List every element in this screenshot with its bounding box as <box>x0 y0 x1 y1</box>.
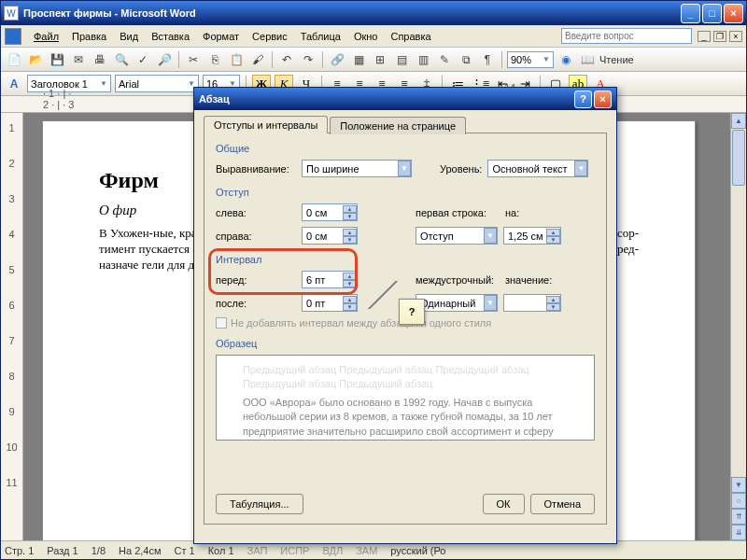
close-button[interactable]: × <box>724 4 743 23</box>
ask-question-input[interactable] <box>561 28 692 44</box>
prev-page-icon[interactable]: ⇈ <box>731 509 746 525</box>
drawing-icon[interactable]: ✎ <box>435 50 454 69</box>
doc-icon <box>5 28 21 45</box>
hyperlink-icon[interactable]: 🔗 <box>328 50 346 69</box>
indent-by-label: на: <box>505 207 519 218</box>
research-icon[interactable]: 🔎 <box>155 50 174 69</box>
help-icon[interactable]: ◉ <box>557 50 575 69</box>
read-icon[interactable]: 📖 <box>578 50 597 69</box>
tab-page-position[interactable]: Положение на странице <box>330 117 466 134</box>
doc-restore[interactable]: ❐ <box>713 31 726 42</box>
status-rec[interactable]: ЗАП <box>247 545 268 556</box>
undo-icon[interactable]: ↶ <box>277 50 296 69</box>
first-line-label: первая строка: <box>416 207 500 218</box>
spacing-after-label: после: <box>216 298 296 309</box>
word-icon: W <box>4 6 19 21</box>
status-ovr[interactable]: ЗАМ <box>356 545 377 556</box>
spacing-at-label: значение: <box>505 274 552 286</box>
spacing-before-input[interactable]: 6 пт▲▼ <box>302 271 358 288</box>
cancel-button[interactable]: Отмена <box>530 494 595 514</box>
menu-insert[interactable]: Вставка <box>145 29 196 44</box>
excel-icon[interactable]: ▤ <box>392 50 411 69</box>
spacing-before-label: перед: <box>216 274 296 286</box>
read-label[interactable]: Чтение <box>599 54 634 65</box>
font-combo[interactable]: Arial▼ <box>115 75 199 92</box>
indent-left-input[interactable]: 0 см▲▼ <box>302 203 358 221</box>
first-line-select[interactable]: Отступ▼ <box>416 227 498 245</box>
menu-view[interactable]: Вид <box>113 29 145 44</box>
scroll-thumb[interactable] <box>732 130 745 186</box>
tab-indents-spacing[interactable]: Отступы и интервалы <box>204 116 328 133</box>
paragraph-marks-icon[interactable]: ¶ <box>478 50 497 69</box>
indent-by-input[interactable]: 1,25 см▲▼ <box>503 227 561 245</box>
menu-format[interactable]: Формат <box>196 29 246 44</box>
status-section: Разд 1 <box>47 545 78 556</box>
save-icon[interactable]: 💾 <box>48 50 66 69</box>
docmap-icon[interactable]: ⧉ <box>457 50 475 69</box>
scroll-down-icon[interactable]: ▼ <box>731 477 746 493</box>
dialog-title: Абзац <box>199 93 572 105</box>
tabs-button[interactable]: Табуляция... <box>216 494 303 514</box>
alignment-label: Выравнивание: <box>216 163 296 175</box>
group-spacing: Интервал <box>216 254 595 265</box>
spacing-after-input[interactable]: 0 пт▲▼ <box>302 294 358 312</box>
cut-icon[interactable]: ✂ <box>184 50 203 69</box>
ok-button[interactable]: ОК <box>483 494 525 514</box>
alignment-select[interactable]: По ширине▼ <box>302 160 412 177</box>
help-tooltip: ? <box>399 299 425 325</box>
status-line: Ст 1 <box>175 545 195 556</box>
next-page-icon[interactable]: ⇊ <box>731 525 746 540</box>
status-trk[interactable]: ИСПР <box>280 545 309 556</box>
spellcheck-icon[interactable]: ✓ <box>134 50 152 69</box>
open-icon[interactable]: 📂 <box>26 50 45 69</box>
indent-right-input[interactable]: 0 см▲▼ <box>302 227 358 245</box>
tab-pane: Общие Выравнивание: По ширине▼ Уровень: … <box>204 133 607 525</box>
line-spacing-select[interactable]: Одинарный▼ <box>416 294 498 312</box>
copy-icon[interactable]: ⎘ <box>205 50 224 69</box>
dialog-close-button[interactable]: × <box>594 91 612 108</box>
columns-icon[interactable]: ▥ <box>414 50 432 69</box>
indent-right-label: справа: <box>216 231 296 242</box>
maximize-button[interactable]: □ <box>702 4 722 23</box>
line-spacing-label: междустрочный: <box>416 274 500 286</box>
tables-icon[interactable]: ▦ <box>349 50 368 69</box>
group-indent: Отступ <box>216 187 595 198</box>
dialog-help-button[interactable]: ? <box>574 91 592 108</box>
menubar: Файл Правка Вид Вставка Формат Сервис Та… <box>1 25 746 48</box>
menu-window[interactable]: Окно <box>347 29 385 44</box>
styles-icon[interactable]: A <box>5 75 23 93</box>
paste-icon[interactable]: 📋 <box>227 50 246 69</box>
browse-object-icon[interactable]: ○ <box>731 493 746 509</box>
preview-icon[interactable]: 🔍 <box>112 50 131 69</box>
dialog-titlebar: Абзац ? × <box>194 88 616 110</box>
print-icon[interactable]: 🖶 <box>91 50 109 69</box>
menu-file[interactable]: Файл <box>27 29 65 44</box>
permission-icon[interactable]: ✉ <box>69 50 88 69</box>
window-title: Проспект фирмы - Microsoft Word <box>23 7 681 19</box>
status-ext[interactable]: ВДЛ <box>322 545 343 556</box>
vertical-scrollbar[interactable]: ▲ ▼ ○ ⇈ ⇊ <box>730 113 746 540</box>
vertical-ruler[interactable]: 1234567891011 <box>1 113 23 540</box>
standard-toolbar: 📄 📂 💾 ✉ 🖶 🔍 ✓ 🔎 ✂ ⎘ 📋 🖌 ↶ ↷ 🔗 ▦ ⊞ ▤ ▥ ✎ … <box>1 48 746 72</box>
doc-close[interactable]: × <box>729 31 742 42</box>
spacing-at-input[interactable]: ▲▼ <box>503 294 561 312</box>
status-lang[interactable]: русский (Ро <box>390 545 445 556</box>
zoom-combo[interactable]: 90%▼ <box>507 51 554 68</box>
menu-edit[interactable]: Правка <box>65 29 113 44</box>
paragraph-dialog: Абзац ? × Отступы и интервалы Положение … <box>193 87 617 544</box>
scroll-up-icon[interactable]: ▲ <box>731 113 746 129</box>
format-painter-icon[interactable]: 🖌 <box>248 50 267 69</box>
status-col: Кол 1 <box>208 545 234 556</box>
menu-table[interactable]: Таблица <box>294 29 347 44</box>
menu-tools[interactable]: Сервис <box>246 29 294 44</box>
status-pages: 1/8 <box>92 545 106 556</box>
new-icon[interactable]: 📄 <box>5 50 23 69</box>
menu-help[interactable]: Справка <box>384 29 437 44</box>
insert-table-icon[interactable]: ⊞ <box>371 50 389 69</box>
outline-level-select[interactable]: Основной текст▼ <box>487 160 588 177</box>
minimize-button[interactable]: _ <box>681 4 700 23</box>
status-at: На 2,4см <box>119 545 161 556</box>
redo-icon[interactable]: ↷ <box>299 50 317 69</box>
group-preview: Образец <box>216 338 595 349</box>
doc-minimize[interactable]: _ <box>698 31 711 42</box>
